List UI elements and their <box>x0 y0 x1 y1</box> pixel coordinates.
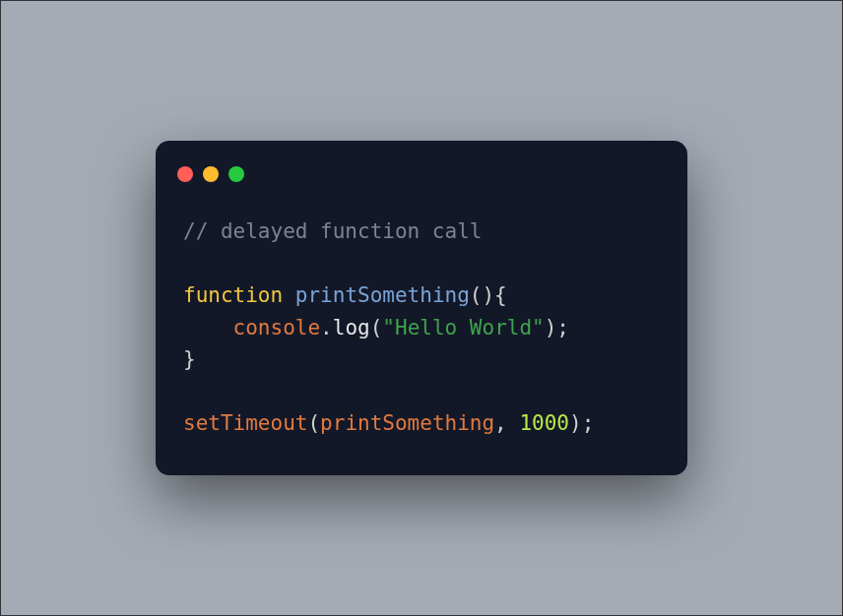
punct-paren-close2: ); <box>569 411 594 435</box>
punct-paren-open: ( <box>370 316 383 339</box>
code-comment: // delayed function call <box>183 219 482 243</box>
punct-open: (){ <box>470 283 507 307</box>
punct-paren-close: ); <box>545 316 569 339</box>
punct-paren-open2: ( <box>307 411 320 435</box>
window-titlebar <box>156 160 687 200</box>
punct-dot: . <box>320 316 333 339</box>
zoom-icon[interactable] <box>228 166 244 182</box>
punct-brace-close: } <box>183 347 196 371</box>
minimize-icon[interactable] <box>203 166 219 182</box>
call-settimeout: setTimeout <box>183 411 307 435</box>
method-log: log <box>333 316 370 339</box>
indent <box>183 316 233 339</box>
keyword-function: function <box>183 283 283 307</box>
close-icon[interactable] <box>177 166 193 182</box>
number-literal: 1000 <box>519 411 569 435</box>
code-block: // delayed function call function printS… <box>156 200 687 448</box>
code-window: // delayed function call function printS… <box>156 141 687 475</box>
string-literal: "Hello World" <box>382 316 544 339</box>
punct-comma: , <box>494 411 519 435</box>
function-name: printSomething <box>295 283 470 307</box>
arg-callback: printSomething <box>320 411 494 435</box>
object-console: console <box>233 316 321 339</box>
